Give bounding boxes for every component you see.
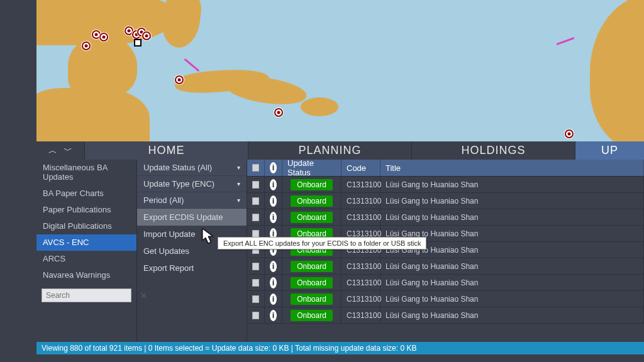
row-status: Onboard: [282, 193, 341, 209]
sidebar-item[interactable]: Paper Publications: [36, 202, 136, 218]
row-title: Lüsi Gang to Huaniao Shan: [380, 209, 644, 225]
filter-period[interactable]: Period (All) ▾: [137, 192, 247, 209]
sidebar: Miscellaneous BA UpdatesBA Paper ChartsP…: [36, 160, 137, 342]
map-marker-icon[interactable]: [82, 41, 91, 50]
row-info[interactable]: i: [265, 307, 282, 323]
table-row[interactable]: iOnboardC1313100Lüsi Gang to Huaniao Sha…: [247, 291, 644, 307]
table-row[interactable]: iOnboardC1313100Lüsi Gang to Huaniao Sha…: [247, 307, 644, 324]
row-title: Lüsi Gang to Huaniao Shan: [380, 275, 644, 290]
filter-column: Update Status (All) ▾ Update Type (ENC) …: [137, 160, 247, 342]
map-box-icon[interactable]: [134, 39, 142, 47]
filter-label: Update Status (All): [143, 163, 212, 172]
col-code[interactable]: Code: [341, 160, 380, 176]
row-status: Onboard: [282, 177, 341, 192]
row-status: Onboard: [282, 275, 341, 290]
row-title: Lüsi Gang to Huaniao Shan: [380, 258, 644, 274]
tooltip: Export ALL ENC updates for your ECDIS to…: [218, 237, 426, 250]
sidebar-item[interactable]: ARCS: [36, 251, 136, 267]
row-title: Lüsi Gang to Huaniao Shan: [380, 291, 644, 307]
tab-holdings[interactable]: HOLDINGS: [411, 141, 575, 160]
row-checkbox[interactable]: [247, 307, 265, 323]
filter-label: Period (All): [143, 195, 184, 205]
tab-home[interactable]: HOME: [84, 141, 248, 160]
row-checkbox[interactable]: [247, 209, 265, 225]
map-marker-icon[interactable]: [565, 129, 574, 138]
row-checkbox[interactable]: [247, 177, 265, 192]
info-icon: i: [270, 261, 277, 272]
tab-bar: ︿ ﹀ HOME PLANNING HOLDINGS UP: [36, 141, 644, 160]
row-code: C1313100: [341, 258, 380, 274]
sidebar-item[interactable]: Digital Publications: [36, 218, 136, 234]
action-export-report[interactable]: Export Report: [137, 260, 247, 277]
status-bar: Viewing 880 of total 921 items | 0 Items…: [36, 342, 644, 354]
row-code: C1313100: [341, 291, 380, 307]
info-icon: i: [270, 293, 277, 305]
left-gutter: [0, 0, 36, 362]
filter-update-type[interactable]: Update Type (ENC) ▾: [137, 176, 247, 192]
row-info[interactable]: i: [265, 193, 282, 209]
info-icon: i: [270, 212, 277, 223]
tab-updates[interactable]: UP: [575, 141, 644, 160]
table-row[interactable]: iOnboardC1313100Lüsi Gang to Huaniao Sha…: [247, 258, 644, 275]
row-checkbox[interactable]: [247, 193, 265, 209]
info-icon: i: [270, 195, 277, 207]
tab-planning[interactable]: PLANNING: [248, 141, 411, 160]
row-checkbox[interactable]: [247, 258, 265, 274]
table-row[interactable]: iOnboardC1313100Lüsi Gang to Huaniao Sha…: [247, 275, 644, 291]
row-info[interactable]: i: [265, 209, 282, 225]
row-code: C1313100: [341, 177, 380, 192]
row-info[interactable]: i: [265, 258, 282, 274]
chevron-down-icon: ▾: [237, 180, 240, 187]
sidebar-item[interactable]: AVCS - ENC: [36, 234, 136, 251]
row-checkbox[interactable]: [247, 291, 265, 307]
row-status: Onboard: [282, 209, 341, 225]
row-status: Onboard: [282, 307, 341, 323]
action-export-ecdis[interactable]: Export ECDIS Update: [137, 209, 247, 226]
row-title: Lüsi Gang to Huaniao Shan: [380, 177, 644, 192]
row-code: C1313100: [341, 209, 380, 225]
info-icon: i: [270, 277, 277, 288]
map-marker-icon[interactable]: [274, 108, 283, 117]
row-checkbox[interactable]: [247, 275, 265, 290]
results-table: i Update Status Code Title iOnboardC1313…: [247, 160, 644, 342]
col-title[interactable]: Title: [380, 160, 644, 176]
row-info[interactable]: i: [265, 177, 282, 192]
tab-arrows: ︿ ﹀: [36, 141, 84, 160]
info-icon: i: [270, 310, 277, 321]
map-marker-icon[interactable]: [99, 33, 108, 41]
col-info: i: [265, 160, 282, 176]
row-status: Onboard: [282, 291, 341, 307]
row-info[interactable]: i: [265, 291, 282, 307]
map-marker-icon[interactable]: [175, 75, 184, 84]
arrow-up-icon[interactable]: ︿: [48, 145, 57, 156]
row-title: Lüsi Gang to Huaniao Shan: [380, 307, 644, 323]
search-input[interactable]: [46, 291, 140, 300]
row-code: C1313100: [341, 307, 380, 323]
table-row[interactable]: iOnboardC1313100Lüsi Gang to Huaniao Sha…: [247, 177, 644, 193]
map-marker-icon[interactable]: [142, 31, 151, 40]
search-input-box[interactable]: ✕: [42, 288, 131, 302]
table-row[interactable]: iOnboardC1313100Lüsi Gang to Huaniao Sha…: [247, 193, 644, 209]
chevron-down-icon: ▾: [237, 164, 240, 171]
table-row[interactable]: iOnboardC1313100Lüsi Gang to Huaniao Sha…: [247, 209, 644, 226]
row-code: C1313100: [341, 193, 380, 209]
filter-update-status[interactable]: Update Status (All) ▾: [137, 160, 247, 176]
map-pane[interactable]: [36, 0, 644, 141]
row-status: Onboard: [282, 258, 341, 274]
sidebar-item[interactable]: BA Paper Charts: [36, 185, 136, 202]
row-code: C1313100: [341, 275, 380, 290]
row-info[interactable]: i: [265, 275, 282, 290]
filter-label: Update Type (ENC): [143, 179, 214, 189]
chevron-down-icon: ▾: [237, 197, 240, 204]
row-title: Lüsi Gang to Huaniao Shan: [380, 193, 644, 209]
info-icon: i: [270, 179, 277, 190]
col-update-status[interactable]: Update Status: [282, 160, 341, 176]
sidebar-item[interactable]: Miscellaneous BA Updates: [36, 160, 136, 185]
sidebar-item[interactable]: Navarea Warnings: [36, 267, 136, 283]
table-header: i Update Status Code Title: [247, 160, 644, 177]
col-checkbox[interactable]: [247, 160, 265, 176]
arrow-down-icon[interactable]: ﹀: [64, 145, 72, 156]
info-icon: i: [270, 162, 277, 173]
